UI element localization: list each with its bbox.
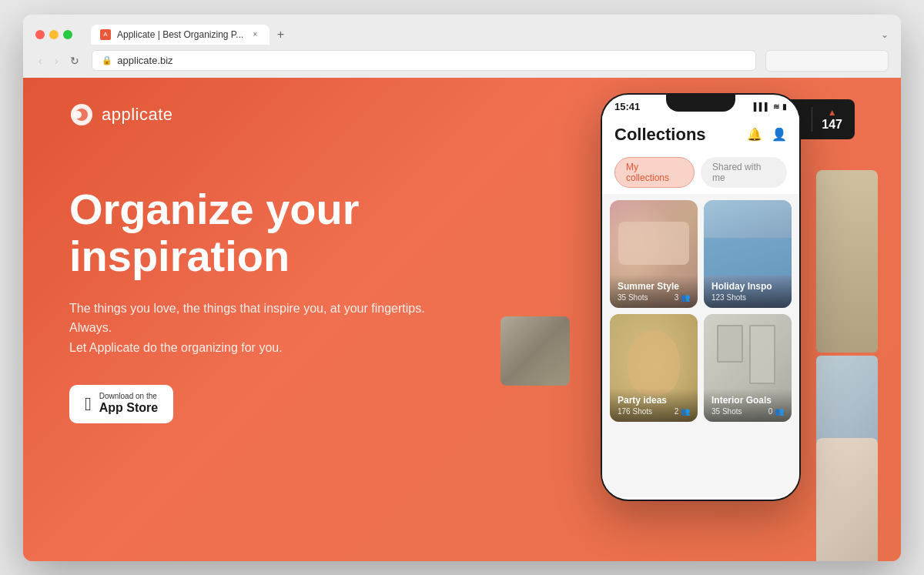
battery-icon: ▮ bbox=[782, 102, 787, 111]
party-members: 2 👥 bbox=[675, 407, 690, 416]
forward-button[interactable]: › bbox=[52, 53, 62, 69]
tab-favicon: A bbox=[100, 29, 111, 40]
summer-name: Summer Style bbox=[618, 281, 690, 292]
side-img-left-bg bbox=[500, 316, 570, 386]
side-image-left bbox=[500, 316, 570, 386]
holiday-visual bbox=[704, 238, 792, 276]
logo-icon bbox=[69, 102, 94, 127]
browser-tab[interactable]: A Applicate | Best Organizing P... × bbox=[91, 25, 270, 45]
holiday-info: Holiday Inspo 123 Shots bbox=[704, 275, 792, 308]
address-bar-row: ‹ › ↻ 🔒 applicate.biz bbox=[23, 45, 901, 78]
app-store-small-text: Download on the bbox=[99, 393, 158, 400]
collection-item-holiday[interactable]: Holiday Inspo 123 Shots bbox=[704, 200, 792, 308]
collections-tabs: My collections Shared with me bbox=[602, 151, 799, 194]
collections-header: Collections 🔔 👤 bbox=[602, 115, 799, 151]
summer-info: Summer Style 35 Shots 3 👥 bbox=[610, 275, 698, 308]
tab-title: Applicate | Best Organizing P... bbox=[117, 29, 243, 40]
app-store-text: Download on the App Store bbox=[99, 393, 158, 415]
browser-chrome: A Applicate | Best Organizing P... × + ⌄… bbox=[23, 15, 901, 78]
browser-window: A Applicate | Best Organizing P... × + ⌄… bbox=[23, 15, 901, 561]
address-bar[interactable]: 🔒 applicate.biz bbox=[92, 50, 756, 71]
interior-frame1 bbox=[717, 325, 743, 363]
traffic-lights bbox=[35, 30, 72, 39]
collection-item-party[interactable]: Party ideas 176 Shots 2 👥 bbox=[610, 314, 698, 422]
person-icon[interactable]: 👤 bbox=[772, 127, 787, 142]
logo-text: applicate bbox=[102, 105, 173, 125]
phone-status-icons: ▌▌▌ ≋ ▮ bbox=[754, 102, 787, 111]
party-name: Party ideas bbox=[618, 395, 690, 406]
tab-my-collections[interactable]: My collections bbox=[614, 157, 695, 188]
logo-area: applicate bbox=[69, 102, 173, 127]
tab-close-icon[interactable]: × bbox=[249, 29, 260, 40]
interior-meta: 35 Shots 0 👥 bbox=[711, 407, 784, 416]
browser-toolbar-right bbox=[765, 50, 889, 72]
hero-subtitle: The things you love, the things that ins… bbox=[69, 299, 470, 358]
app-store-large-text: App Store bbox=[99, 400, 158, 415]
side-images-right bbox=[816, 170, 878, 447]
close-button[interactable] bbox=[35, 30, 45, 39]
signal-icon: ▌▌▌ bbox=[754, 102, 770, 111]
phone-container: 15:41 ▌▌▌ ≋ ▮ Collections 🔔 👤 bbox=[601, 93, 801, 561]
minimize-button[interactable] bbox=[49, 30, 59, 39]
interior-name: Interior Goals bbox=[711, 395, 784, 406]
collections-grid: Summer Style 35 Shots 3 👥 bbox=[602, 194, 799, 428]
app-store-button[interactable]:  Download on the App Store bbox=[69, 385, 173, 423]
collection-item-summer[interactable]: Summer Style 35 Shots 3 👥 bbox=[610, 200, 698, 308]
header-icons: 🔔 👤 bbox=[747, 127, 787, 142]
side-img-right-bottom bbox=[816, 356, 878, 447]
summer-visual bbox=[618, 222, 688, 265]
summer-members: 3 👥 bbox=[675, 293, 690, 302]
interior-frame2 bbox=[749, 325, 775, 384]
nav-buttons: ‹ › ↻ bbox=[35, 53, 82, 69]
side-img-rb-bg bbox=[816, 438, 878, 561]
refresh-button[interactable]: ↻ bbox=[67, 53, 82, 69]
party-info: Party ideas 176 Shots 2 👥 bbox=[610, 389, 698, 422]
maximize-button[interactable] bbox=[63, 30, 72, 39]
new-tab-button[interactable]: + bbox=[270, 24, 291, 45]
lock-icon: 🔒 bbox=[102, 55, 112, 65]
title-bar: A Applicate | Best Organizing P... × + ⌄ bbox=[23, 15, 901, 45]
bell-icon[interactable]: 🔔 bbox=[747, 127, 762, 142]
wifi-icon: ≋ bbox=[773, 102, 779, 111]
clothes-bg bbox=[816, 170, 878, 353]
holiday-name: Holiday Inspo bbox=[711, 281, 784, 292]
party-meta: 176 Shots 2 👥 bbox=[618, 407, 690, 416]
collection-item-interior[interactable]: Interior Goals 35 Shots 0 👥 bbox=[704, 314, 792, 422]
interior-members: 0 👥 bbox=[768, 407, 784, 416]
collections-screen-title: Collections bbox=[614, 125, 706, 145]
apple-icon:  bbox=[85, 393, 92, 415]
website-content: applicate P FEATURED ON Product Hunt ▲ 1… bbox=[23, 78, 901, 561]
tab-shared-with-me[interactable]: Shared with me bbox=[701, 157, 787, 188]
phone-time: 15:41 bbox=[614, 101, 640, 112]
url-text: applicate.biz bbox=[117, 55, 746, 66]
ph-votes: ▲ 147 bbox=[812, 107, 842, 132]
ph-count: 147 bbox=[822, 118, 842, 132]
svg-point-2 bbox=[74, 111, 82, 119]
tab-chevron-icon: ⌄ bbox=[881, 29, 889, 40]
interior-info: Interior Goals 35 Shots 0 👥 bbox=[704, 389, 792, 422]
holiday-meta: 123 Shots bbox=[711, 293, 784, 302]
hero-area: Organize your inspiration The things you… bbox=[69, 186, 470, 423]
tab-bar: A Applicate | Best Organizing P... × + bbox=[91, 24, 875, 45]
phone-screen: Collections 🔔 👤 My collections Shared wi… bbox=[602, 115, 799, 497]
ph-arrow-icon: ▲ bbox=[828, 107, 837, 118]
phone-mockup: 15:41 ▌▌▌ ≋ ▮ Collections 🔔 👤 bbox=[601, 93, 801, 501]
phone-notch bbox=[666, 95, 735, 112]
side-img-right-top bbox=[816, 170, 878, 353]
summer-meta: 35 Shots 3 👥 bbox=[618, 293, 690, 302]
party-visual bbox=[628, 330, 680, 395]
hero-title: Organize your inspiration bbox=[69, 186, 470, 280]
back-button[interactable]: ‹ bbox=[35, 53, 45, 69]
side-image-right-bottom bbox=[816, 438, 878, 561]
